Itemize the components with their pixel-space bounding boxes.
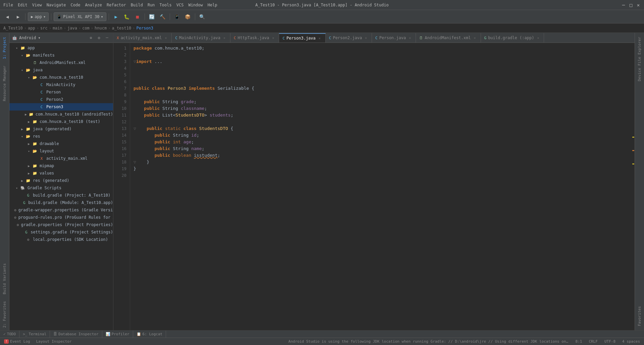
panel-dropdown-arrow-icon[interactable]: ▾ [38,36,41,40]
event-log-button[interactable]: ! Event Log [3,338,32,345]
close-button[interactable]: ✕ [636,3,641,7]
tab-close-person2[interactable]: × [364,36,368,40]
tab-mainactivity-java[interactable]: C MainActivity.java × [172,33,230,43]
locate-file-button[interactable]: ⊕ [88,34,94,41]
layout-inspector-button[interactable]: Layout Inspector [35,338,73,345]
tree-item-person3[interactable]: C Person3 [9,103,113,111]
tab-person2-java[interactable]: C Person2.java × [326,33,372,43]
tree-item-gradle-wrapper[interactable]: ⚙ gradle-wrapper.properties (Gradle Vers… [9,206,113,214]
minimize-button[interactable]: ─ [621,3,626,7]
encoding-selector[interactable]: UTF-8 [603,338,617,345]
menu-vcs[interactable]: VCS [176,3,184,7]
tab-close-person3[interactable]: × [317,36,322,41]
tree-item-pkg-main[interactable]: ▾ 📂 com.hnucm.a_test10 [9,74,113,81]
window-controls[interactable]: ─ □ ✕ [621,3,641,7]
tree-item-person[interactable]: C Person [9,88,113,96]
sidebar-tab-resource-manager[interactable]: Resource Manager [0,63,9,104]
menu-help[interactable]: Help [208,3,217,7]
sidebar-tab-project[interactable]: 1: Project [0,34,9,62]
panel-collapse-button[interactable]: ─ [104,34,110,41]
breadcrumb-hnucm[interactable]: hnucm [95,26,107,30]
sdk-button[interactable]: 📦 [183,12,193,21]
tab-close-mainactivity[interactable]: × [222,36,227,40]
sync-button[interactable]: 🔄 [147,12,157,21]
tab-close-activity-main[interactable]: × [163,36,168,40]
maximize-button[interactable]: □ [629,3,633,7]
breadcrumb-src[interactable]: src [40,26,48,30]
menu-analyze[interactable]: Analyze [85,3,102,7]
toolbar-forward-btn[interactable]: ▶ [13,12,23,21]
tab-close-person[interactable]: × [408,36,412,40]
breadcrumb-main[interactable]: main [53,26,62,30]
bottom-tab-todo[interactable]: ✓ TODO [0,331,19,338]
tree-item-gradle-scripts[interactable]: ▾ 🐘 Gradle Scripts [9,184,113,192]
tree-item-proguard[interactable]: ⚙ proguard-rules.pro (ProGuard Rules for… [9,214,113,221]
tree-item-pkg-test[interactable]: ▶ 📁 com.hnucm.a_test10 (test) [9,118,113,125]
tree-item-drawable[interactable]: ▶ 📁 drawable [9,140,113,147]
tree-item-java-gen[interactable]: ▶ 📁 java (generated) [9,125,113,133]
code-editor[interactable]: 1 2 3 4 5 6 7 8 9 10 11 12 13 14 15 16 1 [113,43,631,330]
device-dropdown[interactable]: 📱 Pixel XL API 30 ▾ [54,12,106,21]
menu-refactor[interactable]: Refactor [107,3,126,7]
breadcrumb-app[interactable]: app [28,26,35,30]
tab-close-build-gradle[interactable]: × [536,36,540,40]
code-content[interactable]: package com.hnucm.a_test10; ▽import ... … [130,43,631,330]
tab-close-androidmanifest[interactable]: × [473,36,477,40]
bottom-tab-database-inspector[interactable]: 🗄 Database Inspector [50,331,102,338]
search-everywhere-button[interactable]: 🔍 [198,12,207,21]
bottom-tab-logcat[interactable]: 📋 6: Logcat [133,331,166,338]
avd-button[interactable]: 📱 [172,12,182,21]
tree-item-java[interactable]: ▾ 📂 java [9,66,113,74]
menu-view[interactable]: View [32,3,42,7]
tab-person3-java[interactable]: C Person3.java × [279,33,325,43]
tree-item-activity-main-xml[interactable]: X activity_main.xml [9,155,113,162]
build-button[interactable]: 🔨 [158,12,167,21]
tab-androidmanifest-xml[interactable]: 🗒 AndroidManifest.xml × [416,33,481,43]
right-tab-device-explorer[interactable]: Device File Explorer [636,34,643,84]
tree-item-manifests[interactable]: ▾ 📂 manifests [9,52,113,59]
cursor-position[interactable]: 8:1 [574,338,584,345]
right-tab-favorites[interactable]: Favorites [636,303,643,329]
tree-item-mainactivity[interactable]: C MainActivity [9,81,113,88]
menu-run[interactable]: Run [148,3,155,7]
sidebar-tab-favorites[interactable]: 2: Favorites [0,298,9,330]
tree-item-layout[interactable]: ▾ 📂 layout [9,147,113,155]
panel-dropdown[interactable]: Android [19,36,36,40]
tree-item-local-properties[interactable]: ⚙ local.properties (SDK Location) [9,236,113,243]
tab-activity-main-xml[interactable]: X activity_main.xml × [113,33,172,43]
menu-edit[interactable]: Edit [18,3,28,7]
debug-button[interactable]: 🐛 [122,12,131,21]
bottom-tab-terminal[interactable]: >_ Terminal [19,331,50,338]
tree-item-mipmap[interactable]: ▶ 📁 mipmap [9,162,113,169]
sidebar-tab-build-variants[interactable]: Build Variants [0,261,9,297]
menu-bar[interactable]: File Edit View Navigate Code Analyze Ref… [3,3,217,7]
breadcrumb-person3[interactable]: Person3 [136,26,153,30]
tree-item-androidmanifest[interactable]: 🗒 AndroidManifest.xml [9,59,113,66]
bottom-tab-profiler[interactable]: 📊 Profiler [102,331,133,338]
menu-code[interactable]: Code [71,3,80,7]
tree-item-settings-gradle[interactable]: G settings.gradle (Project Settings) [9,228,113,236]
menu-navigate[interactable]: Navigate [47,3,66,7]
tree-item-build-gradle-project[interactable]: G build.gradle (Project: A_Test10) [9,192,113,199]
line-separator[interactable]: CRLF [587,338,599,345]
tab-build-gradle[interactable]: G build.gradle (:app) × [481,33,544,43]
tab-person-java[interactable]: C Person.java × [372,33,416,43]
run-config-dropdown[interactable]: ▶ app ▾ [28,12,49,21]
tree-item-pkg-androidtest[interactable]: ▶ 📁 com.hnucm.a_test10 (androidTest) [9,111,113,118]
tree-item-person2[interactable]: C Person2 [9,96,113,103]
tab-httptask-java[interactable]: C HttpTask.java × [230,33,279,43]
tree-item-res[interactable]: ▾ 📂 res [9,133,113,140]
tree-item-res-gen[interactable]: ▶ 📁 res (generated) [9,177,113,184]
panel-settings-button[interactable]: ⚙ [96,34,102,41]
tab-close-httptask[interactable]: × [271,36,275,40]
toolbar-back-btn[interactable]: ◀ [3,12,12,21]
menu-file[interactable]: File [3,3,13,7]
stop-button[interactable]: ■ [133,12,142,21]
tree-item-values[interactable]: ▶ 📁 values [9,169,113,177]
menu-tools[interactable]: Tools [160,3,172,7]
run-button[interactable]: ▶ [111,12,121,21]
breadcrumb-com[interactable]: com [82,26,90,30]
breadcrumb-a-test10[interactable]: a_test10 [112,26,131,30]
breadcrumb-project[interactable]: A_Test10 [3,26,23,30]
tree-item-build-gradle-module[interactable]: G build.gradle (Module: A_Test10.app) [9,199,113,206]
